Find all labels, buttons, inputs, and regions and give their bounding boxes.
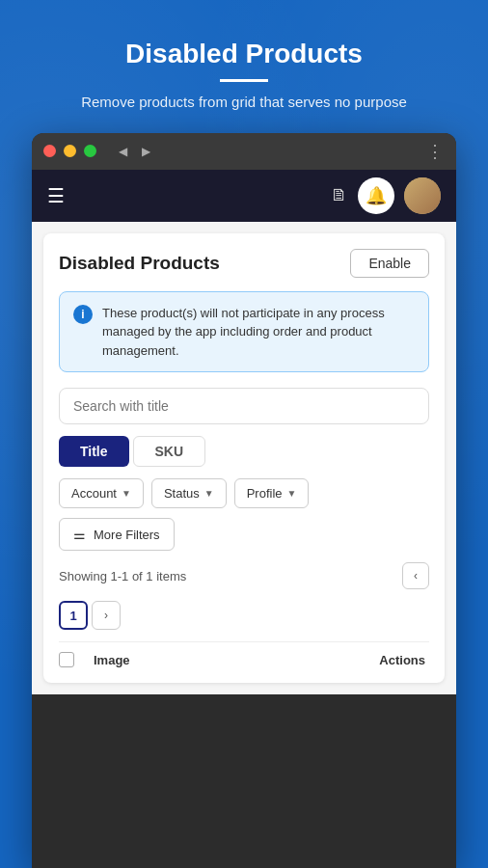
table-actions-header: Actions (379, 653, 429, 667)
app-navbar: ☰ 🗎 🔔 (32, 170, 456, 222)
page-1-button[interactable]: 1 (59, 601, 88, 630)
table-checkbox-col (59, 652, 94, 667)
browser-close-dot[interactable] (43, 145, 56, 157)
filter-account-chevron: ▼ (122, 488, 131, 499)
more-filters-label: More Filters (94, 528, 160, 542)
hero-title: Disabled Products (125, 39, 363, 69)
tab-sku[interactable]: SKU (133, 436, 206, 467)
more-filters-icon: ⚌ (73, 527, 86, 542)
browser-nav-buttons: ◀ ▶ (112, 141, 156, 162)
browser-menu-icon[interactable]: ⋮ (426, 141, 445, 162)
pagination-row: Showing 1-1 of 1 items ‹ (59, 562, 429, 589)
avatar-image (404, 177, 441, 214)
more-filters-button[interactable]: ⚌ More Filters (59, 518, 175, 551)
hero-subtitle: Remove products from grid that serves no… (52, 92, 436, 114)
table-select-all-checkbox[interactable] (59, 652, 74, 667)
filter-status[interactable]: Status ▼ (151, 478, 227, 508)
filter-status-chevron: ▼ (204, 488, 214, 499)
browser-window: ◀ ▶ ⋮ ☰ 🗎 🔔 Disabled Pro (32, 133, 456, 869)
search-input[interactable] (59, 388, 429, 424)
enable-button[interactable]: Enable (350, 249, 429, 278)
filter-row: Account ▼ Status ▼ Profile ▼ (59, 478, 429, 508)
document-icon[interactable]: 🗎 (331, 185, 348, 205)
page-number-row: 1 › (59, 601, 429, 630)
browser-forward-button[interactable]: ▶ (135, 141, 156, 162)
hamburger-icon[interactable]: ☰ (47, 184, 65, 207)
card-title: Disabled Products (59, 253, 220, 274)
pagination-info: Showing 1-1 of 1 items (59, 569, 186, 583)
browser-minimize-dot[interactable] (64, 145, 76, 157)
page-container: Disabled Products Remove products from g… (0, 0, 488, 868)
filter-profile[interactable]: Profile ▼ (234, 478, 310, 508)
toggle-tabs: Title SKU (59, 436, 429, 467)
tab-title[interactable]: Title (59, 436, 129, 467)
pagination-nav: ‹ (402, 562, 429, 589)
card-header: Disabled Products Enable (59, 249, 429, 278)
info-icon: i (73, 305, 93, 324)
info-text: These product(s) will not participate in… (102, 304, 415, 361)
content-card: Disabled Products Enable i These product… (43, 233, 445, 684)
pagination-prev-button[interactable]: ‹ (402, 562, 429, 589)
filter-profile-chevron: ▼ (287, 488, 297, 499)
filter-account-label: Account (71, 486, 117, 501)
table-header: Image Actions (59, 641, 429, 667)
filter-status-label: Status (164, 486, 200, 501)
avatar[interactable] (404, 177, 441, 214)
table-image-header: Image (94, 653, 379, 667)
pagination-next-button[interactable]: › (92, 601, 121, 630)
filter-account[interactable]: Account ▼ (59, 478, 144, 508)
info-box: i These product(s) will not participate … (59, 291, 429, 373)
navbar-icons: 🗎 🔔 (331, 177, 441, 214)
hero-underline (220, 79, 268, 82)
browser-maximize-dot[interactable] (84, 145, 96, 157)
browser-titlebar: ◀ ▶ ⋮ (32, 133, 456, 170)
main-content: Disabled Products Enable i These product… (32, 222, 456, 695)
browser-back-button[interactable]: ◀ (112, 141, 133, 162)
bell-icon: 🔔 (366, 185, 387, 206)
filter-profile-label: Profile (247, 486, 283, 501)
bell-button[interactable]: 🔔 (358, 177, 394, 214)
